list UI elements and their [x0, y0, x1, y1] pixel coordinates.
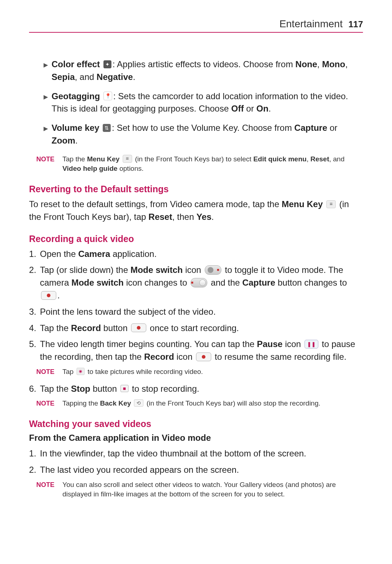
manual-page: Entertainment 117 ▶ Color effect ✦: Appl…	[0, 0, 392, 534]
bullet-geotagging: ▶ Geotagging 📍: Sets the camcorder to ad…	[44, 90, 363, 116]
capture-button-icon	[41, 291, 56, 300]
page-header: Entertainment 117	[29, 18, 363, 33]
section-title: Entertainment	[279, 18, 343, 30]
para-reverting: To reset to the default settings, from V…	[29, 198, 363, 223]
location-pin-icon: 📍	[103, 92, 112, 100]
feature-bullets: ▶ Color effect ✦: Applies artistic effec…	[44, 58, 363, 147]
note-capture-while-recording: NOTE Tap ◉ to take pictures while record…	[36, 367, 363, 377]
stop-button-icon: ■	[121, 385, 128, 392]
volume-key-icon: ⇅	[103, 124, 111, 132]
note-menu-key: NOTE Tap the Menu Key ≡ (in the Front To…	[36, 154, 363, 174]
subheading-camera-video-mode: From the Camera application in Video mod…	[29, 433, 363, 443]
note-gallery: NOTE You can also scroll and select othe…	[36, 480, 363, 499]
step-5: 5. The video length timer begins countin…	[29, 338, 363, 363]
step-4: 4. Tap the Record button once to start r…	[29, 322, 363, 335]
step-2: 2. Tap (or slide down) the Mode switch i…	[29, 264, 363, 302]
camera-small-icon: ◉	[77, 368, 85, 375]
menu-key-icon: ≡	[123, 155, 132, 163]
heading-watching: Watching your saved videos	[29, 419, 363, 429]
watch-step-1: 1. In the viewfinder, tap the video thum…	[29, 447, 363, 460]
mode-switch-video-icon: ■	[191, 278, 207, 287]
page-number: 117	[348, 19, 363, 29]
pause-icon: ❚❚	[305, 340, 318, 349]
bullet-color-effect: ▶ Color effect ✦: Applies artistic effec…	[44, 58, 363, 84]
record-button-icon	[196, 352, 211, 361]
bullet-arrow-icon: ▶	[44, 61, 48, 69]
palette-icon: ✦	[103, 60, 111, 68]
bullet-arrow-icon: ▶	[44, 124, 48, 133]
bullet-volume-key: ▶ Volume key ⇅: Set how to use the Volum…	[44, 122, 363, 147]
record-button-icon	[131, 323, 146, 332]
step-3: 3. Point the lens toward the subject of …	[29, 306, 363, 318]
heading-recording: Recording a quick video	[29, 234, 363, 244]
recording-steps: 1. Open the Camera application. 2. Tap (…	[29, 248, 363, 363]
note-back-key: NOTE Tapping the Back Key ⟲ (in the Fron…	[36, 399, 363, 408]
bullet-arrow-icon: ▶	[44, 93, 48, 101]
back-key-icon: ⟲	[134, 399, 143, 407]
menu-key-icon: ≡	[326, 200, 336, 208]
watch-step-2: 2. The last video you recorded appears o…	[29, 464, 363, 476]
mode-switch-camera-icon: ■	[205, 265, 221, 275]
watching-steps: 1. In the viewfinder, tap the video thum…	[29, 447, 363, 476]
heading-reverting: Reverting to the Default settings	[29, 184, 363, 194]
step-1: 1. Open the Camera application.	[29, 248, 363, 261]
step-6: 6. Tap the Stop button ■ to stop recordi…	[29, 383, 363, 395]
